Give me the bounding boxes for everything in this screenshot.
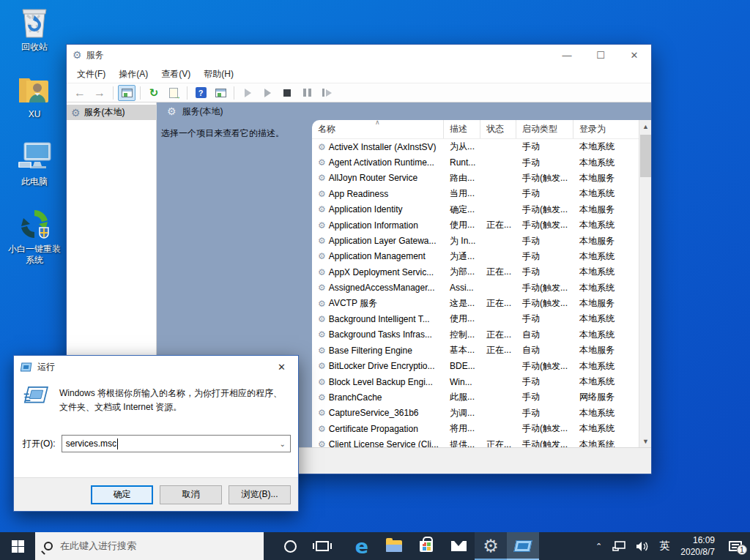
column-name[interactable]: 名称 ∧ [312,120,444,138]
service-row[interactable]: ⚙Base Filtering Engine基本...正在...自动本地服务 [312,343,639,358]
ime-indicator[interactable]: 英 [654,532,675,560]
desktop-icon-xiaobai-reinstall[interactable]: 小白一键重装 系统 [3,206,66,266]
column-logon-as[interactable]: 登录为 [573,120,639,138]
service-row[interactable]: ⚙Application Information使用...正在...手动(触发.… [312,217,639,233]
desktop-icons: 回收站 XU 此电脑 [3,4,66,285]
store-button[interactable] [410,532,442,560]
browse-button[interactable]: 浏览(B)... [229,485,291,504]
close-button[interactable]: ✕ [617,45,651,65]
service-name: Base Filtering Engine [329,346,412,356]
service-row[interactable]: ⚙Block Level Backup Engi...Win...手动本地系统 [312,374,639,389]
service-description: 为从... [444,141,480,153]
service-row[interactable]: ⚙Certificate Propagation将用...手动(触发...本地系… [312,421,639,436]
service-name: Background Intelligent T... [329,314,430,324]
forward-button[interactable]: → [91,85,108,101]
service-logon-as: 本地服务 [573,235,639,247]
services-toolbar: ← → ↻ ? [67,83,651,102]
back-button[interactable]: ← [71,85,89,101]
service-row[interactable]: ⚙BranchCache此服...手动网络服务 [312,389,639,405]
help-icon[interactable]: ? [192,85,209,101]
service-row[interactable]: ⚙Client License Service (Cli...提供...正在..… [312,436,639,447]
service-row[interactable]: ⚙Application Management为通...手动本地系统 [312,249,639,264]
service-row[interactable]: ⚙AppX Deployment Servic...为部...正在...手动本地… [312,264,639,280]
search-placeholder: 在此键入进行搜索 [60,540,136,553]
service-row[interactable]: ⚙Background Tasks Infras...控制...正在...自动本… [312,327,639,343]
service-row[interactable]: ⚙App Readiness当用...手动本地系统 [312,186,639,201]
mail-button[interactable] [442,532,475,560]
service-name: Application Layer Gatewa... [329,236,437,246]
xiaobai-reinstall-icon [17,206,52,242]
file-explorer-button[interactable] [378,532,410,560]
column-status[interactable]: 状态 [480,120,516,138]
clock[interactable]: 16:09 2020/8/7 [675,532,721,560]
volume-button[interactable] [631,532,654,560]
console-tree-toggle-icon[interactable] [118,85,135,101]
service-name: ActiveX Installer (AxInstSV) [329,142,437,152]
taskbar-search-input[interactable]: 在此键入进行搜索 [35,532,264,560]
open-input[interactable]: services.msc ⌄ [62,435,291,452]
service-row[interactable]: ⚙ActiveX Installer (AxInstSV)为从...手动本地系统 [312,139,639,154]
text-caret [117,438,118,449]
start-button[interactable] [0,532,35,560]
service-row[interactable]: ⚙BitLocker Drive Encryptio...BDE...手动(触发… [312,358,639,373]
start-service-icon[interactable] [239,85,256,101]
column-startup-type[interactable]: 启动类型 [516,120,573,138]
service-row[interactable]: ⚙CaptureService_361b6为调...手动本地系统 [312,406,639,421]
cortana-button[interactable] [274,532,306,560]
restart-service-icon[interactable] [318,85,335,101]
ok-button[interactable]: 确定 [91,485,153,504]
scroll-down-icon[interactable]: ▼ [639,435,651,447]
service-gear-icon: ⚙ [318,190,326,198]
desktop-icon-user-folder[interactable]: XU [3,72,66,120]
run-titlebar[interactable]: 运行 ✕ [14,356,298,378]
task-view-button[interactable] [306,532,338,560]
scroll-up-icon[interactable]: ▲ [639,120,651,132]
cancel-button[interactable]: 取消 [160,485,222,504]
windows-logo-icon [12,540,24,553]
maximize-button[interactable]: ☐ [584,45,617,65]
refresh-icon[interactable]: ↻ [145,85,163,101]
service-row[interactable]: ⚙Agent Activation Runtime...Runt...手动本地系… [312,154,639,170]
service-name: AppX Deployment Servic... [329,267,434,277]
stop-service-icon[interactable] [278,85,296,101]
service-status: 正在... [480,329,516,341]
services-titlebar[interactable]: ⚙ 服务 — ☐ ✕ [67,45,651,65]
service-logon-as: 本地系统 [573,157,639,169]
service-row[interactable]: ⚙AssignedAccessManager...Assi...手动(触发...… [312,280,639,296]
service-description: 路由... [444,172,480,184]
run-taskbar-button[interactable] [507,532,539,560]
network-button[interactable] [607,532,631,560]
service-name: AVCTP 服务 [329,297,377,310]
desktop-icon-this-pc[interactable]: 此电脑 [3,139,66,187]
service-description: 将用... [444,422,480,435]
edge-button[interactable]: e [346,532,378,560]
run-close-icon[interactable]: ✕ [265,356,298,378]
menu-action[interactable]: 操作(A) [113,66,154,83]
export-list-icon[interactable] [165,85,182,101]
pause-service-icon[interactable] [298,85,316,101]
scrollbar-thumb[interactable] [640,135,651,177]
vertical-scrollbar[interactable]: ▲ ▼ [639,120,651,447]
extended-view-icon[interactable] [212,85,229,101]
menu-view[interactable]: 查看(V) [155,66,196,83]
services-taskbar-button[interactable]: ⚙ [475,532,507,560]
service-row[interactable]: ⚙AVCTP 服务这是...正在...手动(触发...本地服务 [312,296,639,311]
service-row[interactable]: ⚙AllJoyn Router Service路由...手动(触发...本地服务 [312,171,639,186]
column-description[interactable]: 描述 [444,120,480,138]
menu-file[interactable]: 文件(F) [71,66,111,83]
menu-help[interactable]: 帮助(H) [198,66,240,83]
desktop-icon-recycle-bin[interactable]: 回收站 [3,4,66,53]
services-node-icon: ⚙ [71,108,81,118]
action-center-button[interactable]: 1 [721,532,750,560]
service-row[interactable]: ⚙Application Identity确定...手动(触发...本地服务 [312,202,639,217]
pane-header: ⚙ 服务(本地) [157,102,651,120]
service-status: 正在... [480,438,516,447]
minimize-button[interactable]: — [550,45,584,65]
service-row[interactable]: ⚙Background Intelligent T...使用...手动本地系统 [312,311,639,326]
resume-service-icon[interactable] [259,85,276,101]
service-gear-icon: ⚙ [318,158,326,167]
tray-expand-button[interactable]: ⌃ [590,532,607,560]
service-row[interactable]: ⚙Application Layer Gatewa...为 In...手动本地服… [312,233,639,248]
combo-dropdown-icon[interactable]: ⌄ [280,440,286,448]
tree-item-services-local[interactable]: ⚙ 服务(本地) [67,105,156,120]
